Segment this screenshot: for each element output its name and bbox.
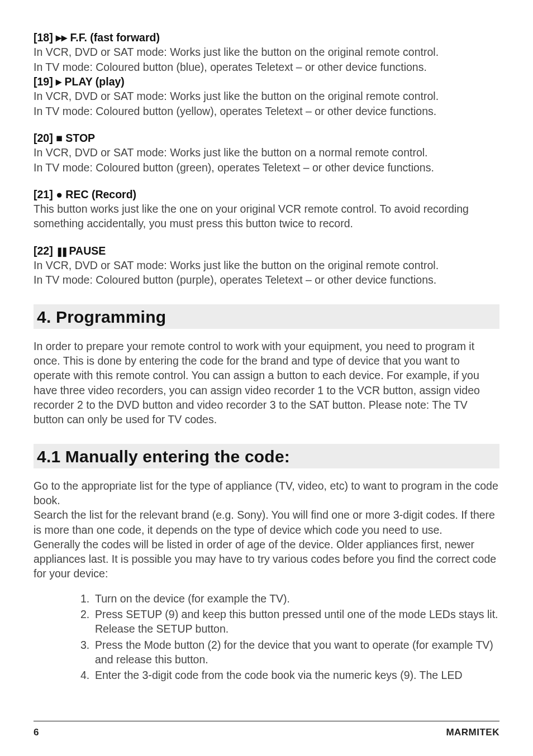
ff-icon: ▸▸	[56, 31, 67, 44]
num-18: 18	[37, 31, 50, 44]
heading-21: [21] ● REC (Record)	[34, 187, 499, 202]
step-1: Turn on the device (for example the TV).	[80, 591, 499, 606]
body-21: This button works just like the one on y…	[34, 202, 499, 231]
steps-list: Turn on the device (for example the TV).…	[34, 591, 499, 683]
section-4-body: In order to prepare your remote control …	[34, 339, 499, 427]
button-def-22: [22] ❚❚ PAUSE In VCR, DVD or SAT mode: W…	[34, 243, 499, 288]
section-4-1-title: 4.1 Manually entering the code:	[34, 444, 499, 468]
button-def-18: [18] ▸▸ F.F. (fast forward) In VCR, DVD …	[34, 30, 499, 74]
play-icon: ▸	[56, 75, 61, 88]
num-22: 22	[37, 245, 50, 257]
page-content: [18] ▸▸ F.F. (fast forward) In VCR, DVD …	[34, 30, 499, 721]
section-4-1-body: Go to the appropriate list for the type …	[34, 479, 499, 581]
button-def-20: [20] ■ STOP In VCR, DVD or SAT mode: Wor…	[34, 131, 499, 175]
section-4-title: 4. Programming	[34, 304, 499, 329]
heading-20: [20] ■ STOP	[34, 131, 499, 145]
button-def-19: [19] ▸ PLAY (play) In VCR, DVD or SAT mo…	[34, 74, 499, 118]
step-2: Press SETUP (9) and keep this button pre…	[80, 607, 499, 637]
page-number: 6	[34, 727, 39, 738]
heading-18: [18] ▸▸ F.F. (fast forward)	[34, 30, 499, 45]
num-20: 20	[37, 132, 50, 144]
title-20: STOP	[65, 132, 95, 144]
title-22: PAUSE	[69, 245, 106, 257]
body-18: In VCR, DVD or SAT mode: Works just like…	[34, 45, 499, 74]
body-22: In VCR, DVD or SAT mode: Works just like…	[34, 258, 499, 288]
step-3: Press the Mode button (2) for the device…	[80, 638, 499, 667]
heading-22: [22] ❚❚ PAUSE	[34, 243, 499, 258]
num-19: 19	[37, 75, 50, 88]
heading-19: [19] ▸ PLAY (play)	[34, 74, 499, 89]
body-20: In VCR, DVD or SAT mode: Works just like…	[34, 145, 499, 175]
page-footer: 6 MARMITEK	[34, 721, 499, 756]
title-21: REC (Record)	[65, 188, 136, 200]
step-4: Enter the 3-digit code from the code boo…	[80, 668, 499, 682]
record-icon: ●	[56, 188, 63, 200]
body-19: In VCR, DVD or SAT mode: Works just like…	[34, 89, 499, 118]
pause-icon: ❚❚	[56, 247, 66, 256]
title-18: F.F. (fast forward)	[70, 31, 160, 44]
button-def-21: [21] ● REC (Record) This button works ju…	[34, 187, 499, 231]
stop-icon: ■	[56, 132, 63, 144]
title-19: PLAY (play)	[65, 75, 125, 88]
num-21: 21	[37, 188, 50, 200]
brand-name: MARMITEK	[446, 727, 499, 738]
